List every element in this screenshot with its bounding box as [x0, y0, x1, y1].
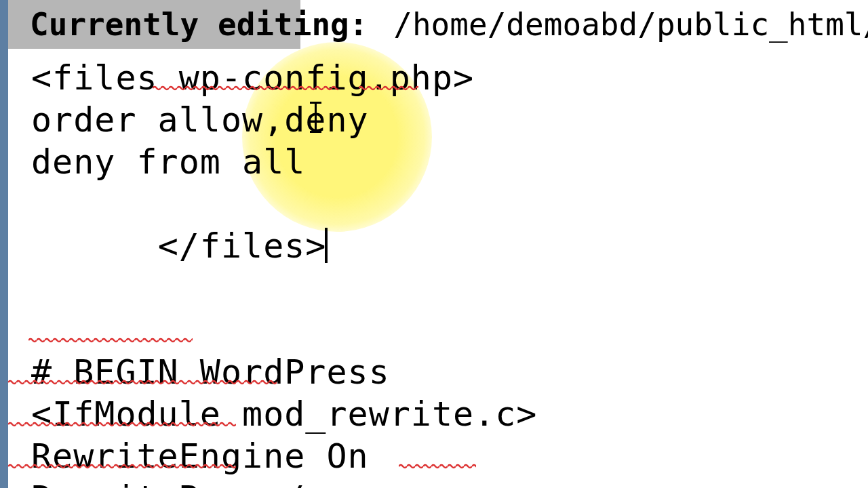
editor-frame: Currently editing: /home/demoabd/public_… — [0, 0, 868, 488]
text-cursor — [325, 228, 328, 263]
code-line[interactable]: <IfModule mod_rewrite.c> — [31, 393, 868, 435]
code-line[interactable]: deny from all — [31, 141, 868, 183]
code-line[interactable]: <files wp-config.php> — [31, 57, 868, 99]
code-line[interactable]: RewriteEngine On — [31, 435, 868, 477]
blank-line[interactable] — [31, 309, 868, 351]
header-label: Currently editing: — [30, 6, 368, 43]
code-line[interactable]: order allow,deny — [31, 99, 868, 141]
code-line[interactable]: </files> — [31, 183, 868, 309]
code-line[interactable]: RewriteBase / — [31, 477, 868, 488]
code-editor[interactable]: <files wp-config.php> order allow,deny d… — [8, 49, 868, 488]
code-line[interactable]: # BEGIN WordPress — [31, 351, 868, 393]
header-file-path: /home/demoabd/public_html/.htaccess — [393, 6, 868, 43]
ibeam-cursor-icon — [315, 102, 317, 133]
header-bar: Currently editing: /home/demoabd/public_… — [8, 0, 868, 49]
code-text: </files> — [158, 226, 327, 266]
